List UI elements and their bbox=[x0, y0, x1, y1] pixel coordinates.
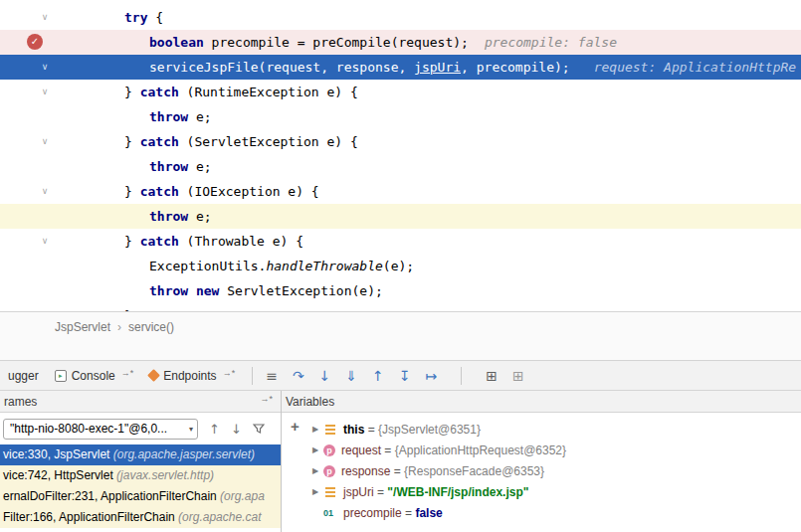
fold-icon[interactable]: ∨ bbox=[38, 229, 52, 254]
frame-row[interactable]: vice:742, HttpServlet (javax.servlet.htt… bbox=[0, 465, 281, 486]
run-to-cursor-icon[interactable]: ↦ bbox=[426, 369, 438, 383]
variable-row[interactable]: ▶presponse = {ResponseFacade@6353} bbox=[307, 460, 801, 481]
step-over-icon[interactable]: ↷ bbox=[293, 369, 304, 383]
pin-icon: →* bbox=[223, 368, 236, 378]
code-token: e; bbox=[188, 209, 211, 224]
breakpoint-icon[interactable]: ✓ bbox=[27, 34, 43, 50]
code-line[interactable]: throw e; bbox=[0, 204, 801, 229]
code-token: } bbox=[124, 234, 140, 249]
add-watch-button[interactable]: + bbox=[291, 419, 300, 434]
chevron-right-icon[interactable]: ▶ bbox=[307, 425, 323, 434]
step-into-icon[interactable]: ↓ bbox=[319, 369, 331, 383]
fold-icon[interactable]: ∨ bbox=[38, 5, 52, 30]
code-token: , precompile); bbox=[461, 60, 570, 75]
code-token: (RuntimeException e) { bbox=[179, 85, 358, 99]
pin-icon[interactable]: →* bbox=[260, 394, 273, 404]
code-token bbox=[188, 283, 196, 298]
frame-package: (org.apa bbox=[220, 489, 265, 503]
frame-location: Filter:166, ApplicationFilterChain bbox=[3, 510, 178, 524]
code-token: } bbox=[124, 85, 140, 99]
code-line[interactable]: } bbox=[0, 303, 801, 311]
chevron-right-icon[interactable]: ▶ bbox=[307, 487, 323, 496]
endpoints-icon bbox=[147, 369, 160, 382]
tab-endpoints[interactable]: Endpoints →* bbox=[141, 361, 243, 390]
tab-debugger[interactable]: ugger bbox=[0, 361, 47, 390]
code-token: throw bbox=[149, 159, 188, 174]
force-step-into-icon[interactable]: ⇓ bbox=[345, 369, 357, 383]
tab-console[interactable]: ▸ Console →* bbox=[47, 361, 142, 390]
fold-icon[interactable]: ∨ bbox=[38, 179, 52, 204]
filter-icon[interactable] bbox=[253, 423, 265, 435]
variable-row[interactable]: ▶prequest = {ApplicationHttpRequest@6352… bbox=[307, 440, 801, 460]
frame-package: (org.apache.cat bbox=[178, 510, 261, 524]
restore-layout-icon[interactable]: ≡ bbox=[266, 369, 278, 383]
tab-label: Endpoints bbox=[163, 369, 216, 383]
fold-icon[interactable]: ∨ bbox=[38, 55, 52, 80]
chevron-right-icon[interactable]: ▶ bbox=[307, 445, 323, 454]
variable-name: precompile bbox=[343, 506, 402, 520]
prev-frame-button[interactable]: ↑ bbox=[209, 422, 220, 437]
frame-row[interactable]: vice:330, JspServlet (org.apache.jasper.… bbox=[0, 444, 281, 465]
ide-window: ∨try {✓boolean precompile = preCompile(r… bbox=[0, 0, 801, 532]
code-line[interactable]: ∨} catch (IOException e) { bbox=[0, 179, 801, 204]
frame-package: (javax.servlet.http) bbox=[116, 468, 214, 482]
thread-dropdown[interactable]: "http-nio-8080-exec-1"@6,0... ▾ bbox=[3, 419, 198, 440]
breadcrumb-item-method[interactable]: service() bbox=[128, 320, 174, 334]
code-token: throw bbox=[149, 283, 188, 298]
frames-title: rames bbox=[4, 395, 259, 409]
code-line[interactable]: ExceptionUtils.handleThrowable(e); bbox=[0, 254, 801, 278]
breadcrumb-item-class[interactable]: JspServlet bbox=[55, 320, 110, 334]
debug-panels: rames →* "http-nio-8080-exec-1"@6,0... ▾… bbox=[0, 391, 801, 532]
code-token: catch bbox=[140, 184, 179, 199]
code-line[interactable]: throw e; bbox=[0, 104, 801, 129]
fold-icon[interactable]: ∨ bbox=[38, 129, 52, 154]
frame-row[interactable]: ernalDoFilter:231, ApplicationFilterChai… bbox=[0, 486, 281, 507]
equals: = bbox=[364, 423, 378, 437]
code-token: (e); bbox=[383, 259, 414, 273]
code-line[interactable]: ∨} catch (Throwable e) { bbox=[0, 229, 801, 254]
layout-settings-icon[interactable]: ⊞ bbox=[512, 369, 524, 383]
code-line[interactable]: ✓boolean precompile = preCompile(request… bbox=[0, 30, 801, 55]
code-token: ServletException(e); bbox=[219, 283, 382, 298]
parameter-icon: p bbox=[323, 444, 335, 456]
step-out-icon[interactable]: ↑ bbox=[372, 369, 384, 383]
fold-icon[interactable]: ∨ bbox=[38, 80, 52, 104]
code-line[interactable]: ∨serviceJspFile(request, response, jspUr… bbox=[0, 55, 801, 80]
code-line[interactable]: ∨try { bbox=[0, 5, 801, 30]
variable-row[interactable]: ▶jspUri = "/WEB-INF/jsp/index.jsp" bbox=[307, 481, 801, 502]
frame-row[interactable]: Filter:166, ApplicationFilterChain (org.… bbox=[0, 507, 281, 528]
equals: = bbox=[381, 443, 395, 457]
next-frame-button[interactable]: ↓ bbox=[231, 422, 242, 437]
tab-label: Console bbox=[72, 369, 115, 383]
code-token: handleThrowable bbox=[266, 259, 382, 273]
variable-value: "/WEB-INF/jsp/index.jsp" bbox=[387, 485, 528, 499]
breadcrumb-separator-icon: › bbox=[117, 320, 121, 334]
variables-body: + ▶this = {JspServlet@6351}▶prequest = {… bbox=[282, 413, 801, 532]
value-icon bbox=[323, 424, 337, 436]
variable-row[interactable]: ▶this = {JspServlet@6351} bbox=[307, 419, 801, 440]
thread-name: "http-nio-8080-exec-1"@6,0... bbox=[10, 422, 186, 436]
variable-name: this bbox=[343, 423, 364, 437]
code-line[interactable]: throw e; bbox=[0, 154, 801, 179]
primitive-icon: 01 bbox=[323, 507, 337, 519]
drop-frame-icon[interactable]: ↧ bbox=[399, 369, 411, 383]
code-line[interactable]: ∨} catch (RuntimeException e) { bbox=[0, 80, 801, 104]
code-token: throw bbox=[149, 109, 188, 124]
tab-label: ugger bbox=[8, 369, 39, 383]
code-editor[interactable]: ∨try {✓boolean precompile = preCompile(r… bbox=[0, 0, 801, 311]
evaluate-expression-icon[interactable]: ⊞ bbox=[486, 369, 498, 383]
separator bbox=[252, 367, 253, 385]
variable-value: {ResponseFacade@6353} bbox=[404, 464, 544, 478]
variable-value: {ApplicationHttpRequest@6352} bbox=[395, 443, 566, 457]
variable-row[interactable]: 01precompile = false bbox=[307, 502, 801, 523]
variable-value: {JspServlet@6351} bbox=[378, 423, 481, 437]
code-line[interactable]: ∨} catch (ServletException e) { bbox=[0, 129, 801, 154]
chevron-right-icon[interactable]: ▶ bbox=[307, 466, 323, 475]
variables-list: ▶this = {JspServlet@6351}▶prequest = {Ap… bbox=[307, 413, 801, 523]
code-token: (IOException e) { bbox=[179, 184, 319, 199]
frame-location: vice:742, HttpServlet bbox=[3, 468, 116, 482]
code-token: request: ApplicationHttpRe bbox=[594, 60, 797, 75]
variable-name: jspUri bbox=[343, 485, 374, 499]
code-line[interactable]: throw new ServletException(e); bbox=[0, 278, 801, 303]
code-token: (ServletException e) { bbox=[179, 134, 358, 149]
